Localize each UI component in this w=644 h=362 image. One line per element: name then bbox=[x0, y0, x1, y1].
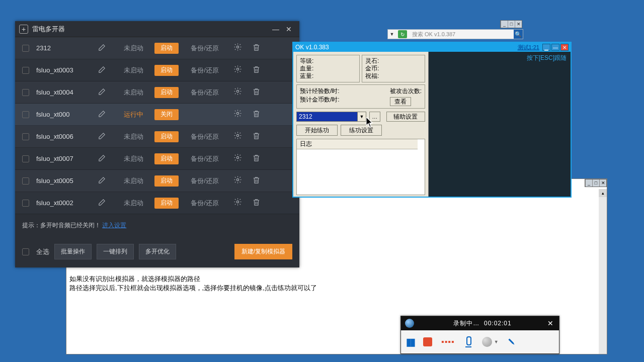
backup-link[interactable]: 备份/还原 bbox=[183, 132, 226, 141]
bg-search-icon[interactable]: 🔍 bbox=[514, 30, 523, 39]
backup-link[interactable]: 备份/还原 bbox=[183, 88, 226, 97]
optimize-button[interactable]: 多开优化 bbox=[139, 244, 176, 259]
gear-icon[interactable] bbox=[226, 43, 249, 53]
instance-row[interactable]: fsluo_xt0002未启动启动备份/还原 bbox=[15, 192, 299, 214]
row-checkbox[interactable] bbox=[22, 111, 29, 118]
edit-icon[interactable] bbox=[98, 87, 117, 98]
ld-minimize-icon[interactable]: — bbox=[269, 23, 282, 36]
backup-link[interactable]: 备份/还原 bbox=[183, 199, 226, 208]
trash-icon[interactable] bbox=[249, 110, 264, 120]
gear-icon[interactable] bbox=[226, 175, 249, 186]
aux-setting-button[interactable]: 辅助设置 bbox=[386, 112, 425, 122]
recorder-titlebar[interactable]: 录制中… 00:02:01 ✕ bbox=[401, 316, 559, 330]
instance-row[interactable]: fsluo_xt0005未启动启动备份/还原 bbox=[15, 170, 299, 192]
ok-window: OK v1.0.383 测试1:21 ▁ — ✕ 等级: 血量: 蓝量: 灵石:… bbox=[292, 42, 572, 198]
chevron-down-icon[interactable]: ▼ bbox=[357, 112, 366, 121]
row-checkbox[interactable] bbox=[22, 67, 29, 74]
gear-icon[interactable] bbox=[226, 109, 249, 120]
instance-row[interactable]: fsluo_xt0004未启动启动备份/还原 bbox=[15, 81, 299, 104]
backup-link[interactable]: 备份/还原 bbox=[183, 44, 226, 53]
gear-icon[interactable] bbox=[226, 65, 249, 75]
plus-icon[interactable]: + bbox=[19, 25, 28, 34]
bg-max-icon[interactable]: □ bbox=[508, 21, 515, 28]
trash-icon[interactable] bbox=[249, 154, 264, 164]
tip-link[interactable]: 进入设置 bbox=[102, 222, 126, 229]
refresh-icon[interactable]: ↻ bbox=[398, 30, 407, 38]
edit-icon[interactable] bbox=[98, 110, 117, 120]
edit-icon[interactable] bbox=[98, 43, 117, 53]
more-icon[interactable]: ▪▪▪▪ bbox=[441, 337, 455, 346]
action-button[interactable]: 启动 bbox=[154, 65, 179, 76]
edit-icon[interactable] bbox=[98, 132, 117, 142]
ok-min-icon[interactable]: ▁ bbox=[542, 44, 550, 51]
trash-icon[interactable] bbox=[249, 198, 264, 208]
ok-test-link[interactable]: 测试1:21 bbox=[518, 44, 539, 51]
row-checkbox[interactable] bbox=[22, 155, 29, 162]
action-button[interactable]: 启动 bbox=[154, 175, 179, 187]
instance-row[interactable]: fsluo_xt0007未启动启动备份/还原 bbox=[15, 148, 299, 170]
instance-select[interactable]: 2312 ▼ bbox=[296, 112, 366, 122]
trash-icon[interactable] bbox=[249, 87, 264, 98]
row-checkbox[interactable] bbox=[22, 45, 29, 52]
mic-icon[interactable] bbox=[464, 336, 473, 347]
recorder-close-icon[interactable]: ✕ bbox=[546, 319, 555, 328]
gear-icon[interactable] bbox=[226, 87, 249, 98]
batch-button[interactable]: 批量操作 bbox=[54, 244, 92, 259]
action-button[interactable]: 启动 bbox=[154, 43, 179, 54]
backup-link[interactable]: 备份/还原 bbox=[183, 176, 226, 186]
action-button[interactable]: 启动 bbox=[154, 198, 179, 209]
note-scrollbar[interactable]: ▴ bbox=[599, 189, 607, 354]
train-setting-button[interactable]: 练功设置 bbox=[341, 125, 382, 136]
note-min-icon[interactable]: _ bbox=[585, 179, 592, 187]
bg-search-input[interactable]: 搜索 OK v1.0.387 bbox=[409, 31, 514, 38]
instance-row[interactable]: fsluo_xt000运行中关闭 bbox=[15, 104, 299, 126]
gear-icon[interactable] bbox=[226, 198, 249, 208]
row-checkbox[interactable] bbox=[22, 133, 29, 140]
ok-close-icon[interactable]: ✕ bbox=[560, 44, 569, 51]
bg-min-icon[interactable]: _ bbox=[501, 21, 508, 28]
gear-icon[interactable] bbox=[226, 131, 249, 142]
action-button[interactable]: 启动 bbox=[154, 131, 179, 142]
row-checkbox[interactable] bbox=[22, 177, 29, 185]
instance-status: 未启动 bbox=[117, 176, 150, 186]
row-checkbox[interactable] bbox=[22, 200, 29, 207]
scroll-up-icon[interactable]: ▴ bbox=[599, 189, 607, 197]
trash-icon[interactable] bbox=[249, 176, 264, 186]
row-checkbox[interactable] bbox=[22, 89, 29, 96]
edit-icon[interactable] bbox=[98, 198, 117, 208]
backup-link[interactable]: 备份/还原 bbox=[183, 66, 226, 75]
action-button[interactable]: 启动 bbox=[154, 153, 179, 164]
backup-link[interactable]: 备份/还原 bbox=[183, 154, 226, 163]
trash-icon[interactable] bbox=[249, 132, 264, 142]
action-button[interactable]: 启动 bbox=[154, 87, 179, 98]
pen-icon[interactable] bbox=[506, 336, 517, 348]
webcam-icon[interactable] bbox=[482, 337, 492, 347]
arrange-button[interactable]: 一键排列 bbox=[97, 244, 134, 259]
instance-row[interactable]: 2312未启动启动备份/还原 bbox=[15, 37, 299, 59]
webcam-chevron-icon[interactable]: ▼ bbox=[494, 339, 499, 344]
start-button[interactable]: 开始练功 bbox=[296, 125, 338, 136]
select-all-checkbox[interactable] bbox=[22, 248, 29, 255]
note-max-icon[interactable]: □ bbox=[592, 179, 599, 187]
ld-close-icon[interactable]: ✕ bbox=[282, 23, 295, 36]
pause-icon[interactable]: ▮▮ bbox=[406, 336, 414, 348]
bg-close-icon[interactable]: ✕ bbox=[515, 21, 522, 28]
recorder-toolbar: ▮▮ ▪▪▪▪ ▼ bbox=[401, 330, 559, 353]
ok-cfg-icon[interactable]: — bbox=[551, 44, 559, 51]
create-button[interactable]: 新建/复制模拟器 bbox=[234, 244, 292, 259]
edit-icon[interactable] bbox=[98, 154, 117, 164]
dropdown-icon[interactable]: ▼ bbox=[388, 32, 396, 37]
view-button[interactable]: 查看 bbox=[390, 97, 411, 106]
browse-button[interactable]: … bbox=[369, 112, 380, 122]
trash-icon[interactable] bbox=[249, 43, 264, 53]
gear-icon[interactable] bbox=[226, 153, 249, 164]
instance-row[interactable]: fsluo_xt0006未启动启动备份/还原 bbox=[15, 126, 299, 148]
edit-icon[interactable] bbox=[98, 65, 117, 75]
edit-icon[interactable] bbox=[98, 176, 117, 186]
note-close-icon[interactable]: ✕ bbox=[599, 179, 606, 187]
instance-row[interactable]: fsluo_xt0003未启动启动备份/还原 bbox=[15, 59, 299, 81]
trash-icon[interactable] bbox=[249, 65, 264, 75]
ok-titlebar[interactable]: OK v1.0.383 测试1:21 ▁ — ✕ bbox=[293, 43, 571, 52]
action-button[interactable]: 关闭 bbox=[154, 109, 179, 120]
stop-icon[interactable] bbox=[423, 337, 432, 346]
